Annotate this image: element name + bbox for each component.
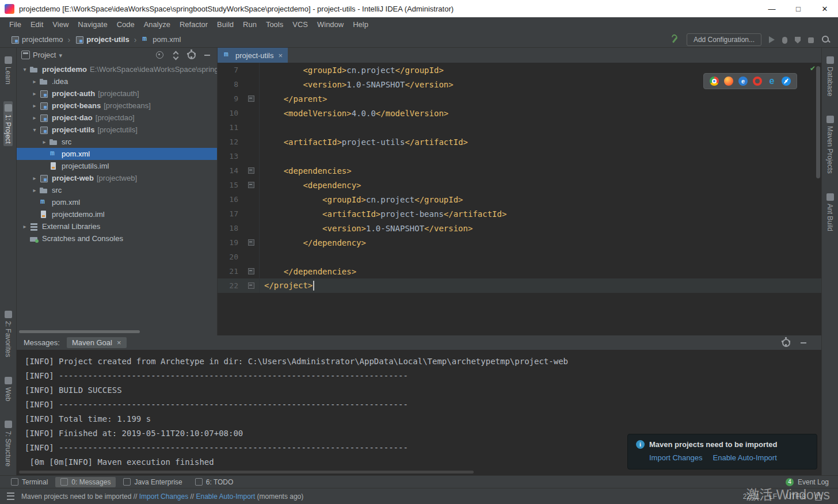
ie-icon[interactable] (738, 77, 748, 86)
chevron-collapsed-icon[interactable]: ▸ (30, 102, 39, 109)
tree-item-project-auth[interactable]: ▸project-auth [projectauth] (17, 87, 217, 100)
tool-stripe-ant-build[interactable]: Ant Build (825, 190, 835, 234)
tool-stripe-database[interactable]: Database (825, 54, 835, 99)
menu-analyze[interactable]: Analyze (139, 20, 175, 29)
tree-item-external-libraries[interactable]: ▸External Libraries (17, 220, 217, 232)
readonly-lock-icon[interactable] (815, 495, 822, 501)
run-button-icon[interactable] (769, 36, 775, 43)
code-line-11[interactable]: 11 (218, 120, 821, 135)
code-line-13[interactable]: 13 (218, 149, 821, 163)
menu-window[interactable]: Window (313, 20, 348, 29)
file-encoding[interactable]: UTF-8 (786, 492, 806, 501)
search-everywhere-icon[interactable] (821, 35, 830, 44)
chevron-collapsed-icon[interactable]: ▸ (30, 114, 39, 121)
close-tab-icon[interactable]: × (117, 338, 121, 347)
close-button[interactable]: ✕ (812, 0, 838, 17)
menu-help[interactable]: Help (348, 20, 373, 29)
editor-vertical-scrollbar[interactable] (816, 66, 820, 178)
tool-stripe-web[interactable]: Web (3, 374, 13, 404)
tree-item-pom-xml[interactable]: pom.xml (17, 148, 217, 160)
chevron-collapsed-icon[interactable]: ▸ (30, 187, 39, 193)
code-line-12[interactable]: 12<artifactId>project-utils</artifactId> (218, 135, 821, 149)
add-configuration-button[interactable]: Add Configuration... (687, 33, 761, 46)
menu-run[interactable]: Run (238, 20, 261, 29)
import-changes-link[interactable]: Import Changes (649, 453, 703, 462)
chevron-collapsed-icon[interactable]: ▸ (30, 175, 39, 181)
hide-panel-icon[interactable] (801, 342, 806, 343)
caret-position[interactable]: 22:11 (743, 492, 760, 501)
gear-icon[interactable] (188, 51, 196, 59)
breadcrumb-item-projectdemo[interactable]: projectdemo (10, 35, 63, 44)
code-line-17[interactable]: 17<artifactId>project-beans</artifactId> (218, 207, 821, 221)
breadcrumb-item-pom-xml[interactable]: pom.xml (141, 35, 181, 44)
tree-item-src[interactable]: ▸src (17, 184, 217, 196)
opera-icon[interactable] (753, 77, 762, 86)
tree-item-project-web[interactable]: ▸project-web [projectweb] (17, 172, 217, 184)
fold-icon[interactable] (248, 268, 254, 274)
locate-file-icon[interactable] (156, 51, 163, 59)
safari-icon[interactable] (782, 77, 791, 86)
tree-item-src[interactable]: ▸src (17, 136, 217, 148)
menu-navigate[interactable]: Navigate (73, 20, 112, 29)
tool-stripe-1-project[interactable]: 1: Project (3, 101, 13, 147)
code-line-15[interactable]: 15<dependency> (218, 178, 821, 192)
tool-stripe-7-structure[interactable]: 7: Structure (3, 418, 13, 469)
code-line-21[interactable]: 21</dependencies> (218, 264, 821, 278)
chevron-collapsed-icon[interactable]: ▸ (20, 223, 29, 230)
code-line-9[interactable]: 9</parent> (218, 91, 821, 106)
close-tab-icon[interactable]: × (278, 51, 283, 60)
minimize-button[interactable]: — (759, 0, 785, 17)
enable-auto-import-link[interactable]: Enable Auto-Import (713, 453, 777, 462)
import-changes-link[interactable]: Import Changes (139, 492, 188, 501)
project-view-selector[interactable]: Project (21, 51, 62, 59)
code-area[interactable]: 7<groupId>cn.project</groupId>8<version>… (218, 63, 821, 335)
debug-button-icon[interactable] (782, 37, 787, 44)
breadcrumb-item-project-utils[interactable]: project-utils (75, 35, 129, 44)
event-log-button[interactable]: 4 Event Log (786, 478, 829, 486)
maximize-button[interactable]: □ (785, 0, 812, 17)
menu-refactor[interactable]: Refactor (175, 20, 212, 29)
tree-item-scratches-and-consoles[interactable]: Scratches and Consoles (17, 232, 217, 245)
chevron-collapsed-icon[interactable]: ▸ (30, 90, 39, 97)
menu-view[interactable]: View (48, 20, 73, 29)
tool-window-button-0-messages[interactable]: 0: Messages (55, 477, 116, 487)
fold-icon[interactable] (248, 96, 254, 102)
console-horizontal-scrollbar[interactable] (19, 471, 474, 474)
tool-stripe-maven-projects[interactable]: Maven Projects (825, 113, 835, 177)
menu-file[interactable]: File (5, 20, 26, 29)
code-line-22[interactable]: 22</project> (218, 278, 821, 293)
tree-item-projectdemo-iml[interactable]: projectdemo.iml (17, 208, 217, 220)
tab-maven-goal[interactable]: Maven Goal × (67, 337, 127, 348)
tree-item-idea[interactable]: ▸.idea (17, 75, 217, 87)
tool-stripe-learn[interactable]: Learn (3, 54, 13, 87)
line-separator[interactable]: LF (769, 492, 777, 501)
fold-icon[interactable] (248, 239, 254, 246)
tool-window-button-terminal[interactable]: Terminal (6, 477, 53, 487)
editor-tab-project-utils[interactable]: project-utils × (218, 48, 288, 63)
menu-build[interactable]: Build (212, 20, 238, 29)
gear-icon[interactable] (782, 339, 790, 347)
tool-window-button-java-enterprise[interactable]: Java Enterprise (118, 477, 187, 487)
chevron-expanded-icon[interactable]: ▾ (30, 127, 39, 133)
tree-item-project-utils[interactable]: ▾project-utils [projectutils] (17, 124, 217, 136)
coverage-button-icon[interactable] (795, 37, 801, 44)
collapse-all-icon[interactable] (172, 51, 179, 59)
tree-item-projectutils-iml[interactable]: projectutils.iml (17, 160, 217, 172)
tool-window-button-6-todo[interactable]: 6: TODO (190, 477, 239, 487)
firefox-icon[interactable] (724, 77, 733, 86)
menu-tools[interactable]: Tools (261, 20, 288, 29)
fold-icon[interactable] (248, 182, 254, 188)
chrome-icon[interactable] (710, 77, 719, 86)
chevron-expanded-icon[interactable]: ▾ (20, 66, 29, 72)
menu-code[interactable]: Code (112, 20, 139, 29)
hamburger-icon[interactable] (7, 492, 14, 500)
code-line-10[interactable]: 10<modelVersion>4.0.0</modelVersion> (218, 106, 821, 120)
tree-item-project-beans[interactable]: ▸project-beans [projectbeans] (17, 100, 217, 112)
stop-button-icon[interactable] (808, 37, 814, 43)
code-line-20[interactable]: 20 (218, 250, 821, 264)
code-line-18[interactable]: 18<version>1.0-SNAPSHOT</version> (218, 221, 821, 235)
code-line-14[interactable]: 14<dependencies> (218, 163, 821, 178)
tool-stripe-2-favorites[interactable]: 2: Favorites (3, 308, 13, 360)
menu-edit[interactable]: Edit (26, 20, 48, 29)
code-line-16[interactable]: 16<groupId>cn.project</groupId> (218, 192, 821, 207)
